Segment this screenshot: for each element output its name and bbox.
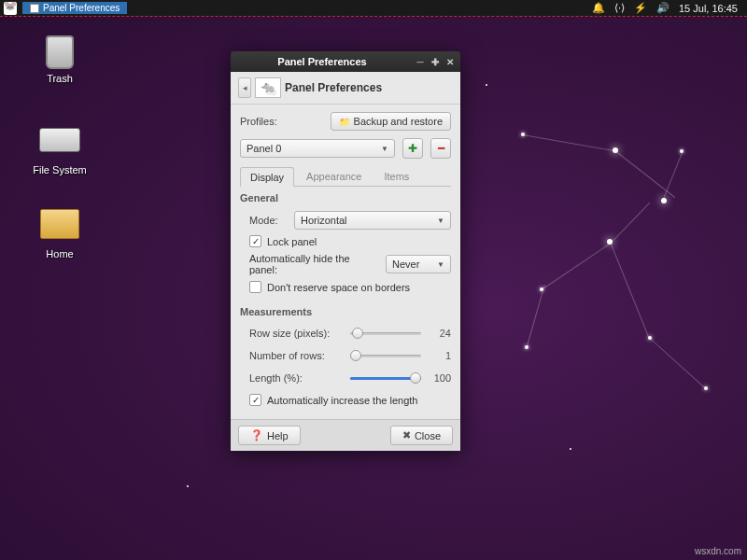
star xyxy=(661,198,667,203)
taskbar-button-label: Panel Preferences xyxy=(43,3,120,13)
help-button-label: Help xyxy=(267,430,289,441)
autohide-select[interactable]: Never ▼ xyxy=(386,255,451,273)
add-panel-button[interactable]: ✚ xyxy=(402,138,423,159)
constellation-line xyxy=(523,134,615,151)
length-value: 100 xyxy=(429,372,451,384)
watermark: wsxdn.com xyxy=(695,546,741,556)
tab-items[interactable]: Items xyxy=(374,166,419,186)
desktop-icon-label: Trash xyxy=(22,73,97,84)
help-icon: ❓ xyxy=(250,429,263,441)
chevron-down-icon: ▼ xyxy=(437,260,444,269)
desktop-icon-label: File System xyxy=(22,164,97,175)
titlebar[interactable]: Panel Preferences ─ ✚ ✕ xyxy=(231,51,460,72)
num-rows-label: Number of rows: xyxy=(249,350,343,361)
whisker-menu-icon[interactable] xyxy=(4,2,17,15)
network-icon[interactable]: ⟨·⟩ xyxy=(614,2,625,14)
star xyxy=(187,485,189,487)
length-label: Length (%): xyxy=(249,372,343,384)
taskbar-button-panel-prefs[interactable]: Panel Preferences xyxy=(22,2,127,14)
minimize-button[interactable]: ─ xyxy=(414,55,427,68)
reserve-space-label: Don't reserve space on borders xyxy=(267,282,410,293)
tab-bar: Display Appearance Items xyxy=(240,166,451,187)
section-general: General xyxy=(240,192,451,203)
autohide-value: Never xyxy=(392,259,419,270)
section-measurements: Measurements xyxy=(240,306,451,317)
top-panel: Panel Preferences 🔔 ⟨·⟩ ⚡ 🔊 15 Jul, 16:4… xyxy=(0,0,747,17)
help-button[interactable]: ❓ Help xyxy=(238,426,301,445)
power-icon[interactable]: ⚡ xyxy=(634,2,647,14)
nav-back-button[interactable]: ◂ xyxy=(238,77,251,98)
desktop-icon-trash[interactable]: Trash xyxy=(22,35,97,84)
constellation-line xyxy=(611,243,650,338)
reserve-space-checkbox[interactable] xyxy=(249,281,261,293)
home-folder-icon xyxy=(39,203,80,245)
star xyxy=(607,239,613,245)
lock-panel-label: Lock panel xyxy=(267,236,317,247)
constellation-line xyxy=(527,285,545,348)
notification-icon[interactable]: 🔔 xyxy=(592,2,605,14)
close-button[interactable]: ✕ xyxy=(444,55,457,68)
maximize-button[interactable]: ✚ xyxy=(429,55,442,68)
dialog-footer: ❓ Help ✖ Close xyxy=(231,419,460,451)
num-rows-slider[interactable] xyxy=(350,349,421,362)
row-size-slider[interactable] xyxy=(350,327,421,340)
constellation-line xyxy=(611,203,650,244)
window-title: Panel Preferences xyxy=(231,56,414,67)
constellation-line xyxy=(650,338,706,388)
tab-display[interactable]: Display xyxy=(240,167,294,187)
clock[interactable]: 15 Jul, 16:45 xyxy=(679,3,738,14)
chevron-down-icon: ▼ xyxy=(381,145,388,153)
profiles-label: Profiles: xyxy=(240,116,277,127)
row-size-label: Row size (pixels): xyxy=(249,328,343,339)
star xyxy=(648,336,652,340)
trash-icon xyxy=(46,35,74,69)
mode-label: Mode: xyxy=(249,215,289,226)
window-icon xyxy=(30,4,39,13)
star xyxy=(525,345,529,349)
star xyxy=(704,386,708,390)
volume-icon[interactable]: 🔊 xyxy=(656,2,669,14)
remove-panel-button[interactable]: ━ xyxy=(430,138,451,159)
panel-icon xyxy=(255,77,281,98)
desktop-icon-filesystem[interactable]: File System xyxy=(22,119,97,175)
backup-button-label: Backup and restore xyxy=(354,116,443,127)
panel-selector[interactable]: Panel 0 ▼ xyxy=(240,139,395,158)
desktop-icon-label: Home xyxy=(22,248,97,259)
panel-preferences-dialog: Panel Preferences ─ ✚ ✕ ◂ Panel Preferen… xyxy=(231,51,460,451)
dialog-header: ◂ Panel Preferences xyxy=(231,72,460,105)
mode-select[interactable]: Horizontal ▼ xyxy=(294,211,451,230)
close-dialog-button[interactable]: ✖ Close xyxy=(390,426,453,445)
panel-selector-value: Panel 0 xyxy=(247,143,281,154)
autohide-label: Automatically hide the panel: xyxy=(249,253,380,275)
desktop-icon-home[interactable]: Home xyxy=(22,203,97,259)
close-button-label: Close xyxy=(415,430,441,441)
auto-increase-label: Automatically increase the length xyxy=(267,395,417,406)
star xyxy=(486,84,487,86)
lock-panel-checkbox[interactable] xyxy=(249,235,261,247)
star xyxy=(680,149,684,153)
chevron-down-icon: ▼ xyxy=(437,217,444,225)
drive-icon xyxy=(39,119,80,161)
star xyxy=(613,147,618,153)
backup-restore-button[interactable]: 📁 Backup and restore xyxy=(331,112,451,131)
mode-value: Horizontal xyxy=(301,215,347,226)
star xyxy=(570,448,571,450)
constellation-line xyxy=(663,153,683,200)
folder-icon: 📁 xyxy=(339,117,350,127)
star xyxy=(540,287,543,291)
tab-appearance[interactable]: Appearance xyxy=(296,166,372,186)
auto-increase-checkbox[interactable] xyxy=(249,394,261,406)
close-icon: ✖ xyxy=(402,429,411,441)
num-rows-value: 1 xyxy=(429,350,451,361)
constellation-line xyxy=(542,243,612,290)
dialog-heading: Panel Preferences xyxy=(285,81,382,94)
row-size-value: 24 xyxy=(429,328,451,339)
length-slider[interactable] xyxy=(350,371,421,385)
star xyxy=(521,133,525,136)
